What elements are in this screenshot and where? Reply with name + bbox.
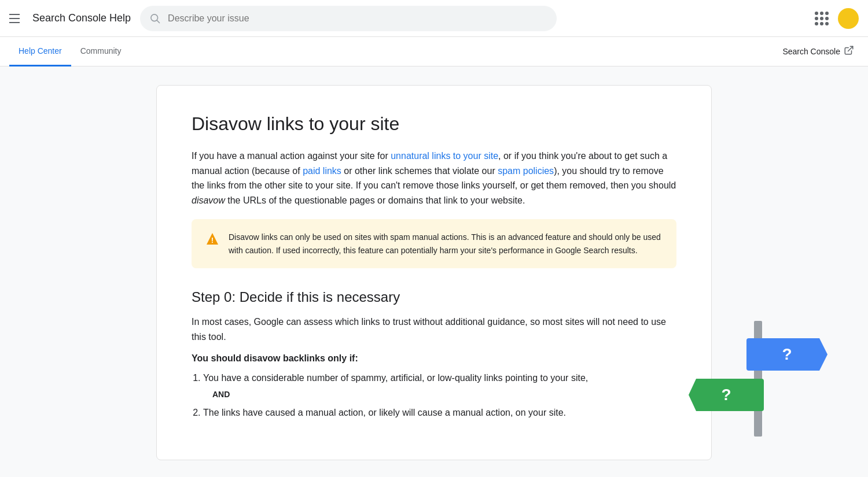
search-input[interactable] xyxy=(168,13,547,24)
search-bar xyxy=(140,6,557,31)
intro-text-1: If you have a manual action against your… xyxy=(192,151,391,161)
svg-text:!: ! xyxy=(211,236,214,245)
step0-intro: In most cases, Google can assess which l… xyxy=(192,315,676,344)
avatar[interactable] xyxy=(838,8,859,29)
header: Search Console Help xyxy=(0,0,868,37)
blue-sign-question: ? xyxy=(782,345,792,364)
external-link-icon xyxy=(844,45,854,58)
svg-line-1 xyxy=(157,20,160,23)
backlinks-list: You have a considerable number of spammy… xyxy=(192,371,676,420)
article-title: Disavow links to your site xyxy=(192,113,676,135)
nav-tabs: Help Center Community Search Console xyxy=(0,37,868,66)
step0-bold-label: You should disavow backlinks only if: xyxy=(192,353,676,364)
step0-title: Step 0: Decide if this is necessary xyxy=(192,289,676,305)
warning-box: ! Disavow links can only be used on site… xyxy=(192,219,676,268)
apps-grid-icon[interactable] xyxy=(815,12,829,25)
unnatural-links-link[interactable]: unnatural links to your site xyxy=(391,151,498,161)
search-icon xyxy=(149,13,161,24)
tab-help-center[interactable]: Help Center xyxy=(9,37,71,66)
signs-illustration: ? ? xyxy=(683,321,833,454)
site-logo[interactable]: Search Console Help xyxy=(32,12,131,24)
search-console-link-text: Search Console xyxy=(782,47,840,56)
intro-paragraph: If you have a manual action against your… xyxy=(192,149,676,208)
tab-community[interactable]: Community xyxy=(71,37,131,66)
spam-policies-link[interactable]: spam policies xyxy=(498,166,554,176)
intro-text-5: the URLs of the questionable pages or do… xyxy=(225,195,525,205)
svg-line-2 xyxy=(848,46,853,51)
list-item-2: The links have caused a manual action, o… xyxy=(203,405,676,420)
hamburger-menu-button[interactable] xyxy=(9,12,23,25)
header-right xyxy=(815,8,859,29)
green-sign: ? xyxy=(689,379,764,411)
content-card: Disavow links to your site If you have a… xyxy=(156,85,712,460)
and-label: AND xyxy=(212,388,676,401)
list-item-1: You have a considerable number of spammy… xyxy=(203,371,676,401)
green-sign-question: ? xyxy=(721,386,731,404)
paid-links-link[interactable]: paid links xyxy=(303,166,341,176)
warning-triangle-icon: ! xyxy=(205,232,219,247)
disavow-italic: disavow xyxy=(192,195,225,205)
intro-text-3: or other link schemes that violate our xyxy=(341,166,498,176)
main-content: Disavow links to your site If you have a… xyxy=(0,66,868,474)
blue-sign: ? xyxy=(746,338,827,371)
search-console-link[interactable]: Search Console xyxy=(782,45,854,58)
warning-text: Disavow links can only be used on sites … xyxy=(229,231,663,257)
